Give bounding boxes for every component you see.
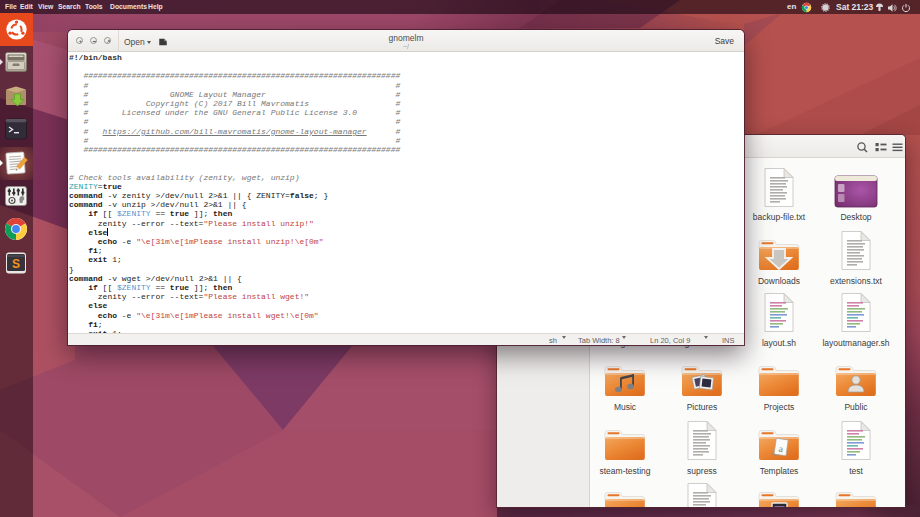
svg-text:S: S [12, 256, 20, 270]
